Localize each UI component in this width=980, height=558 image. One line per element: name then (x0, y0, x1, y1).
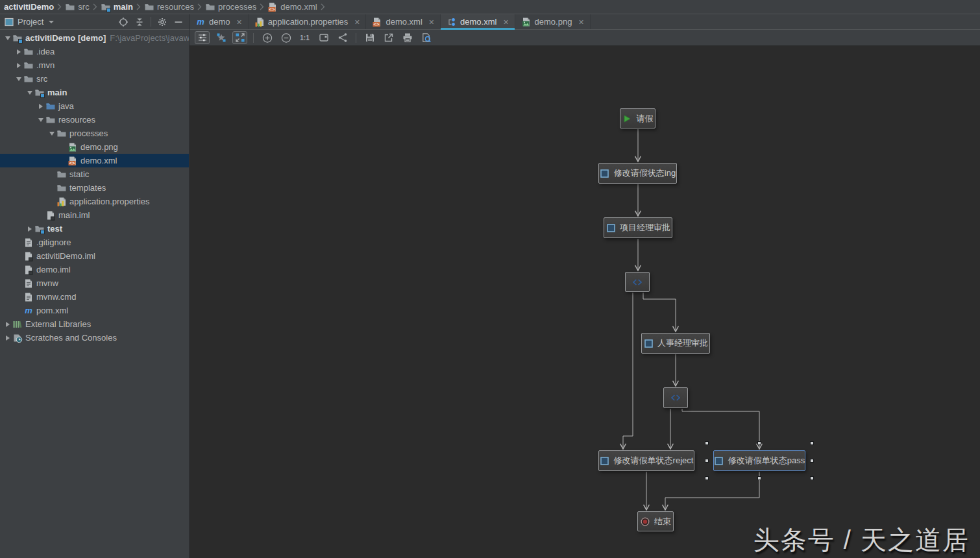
diagram-node-gateway-1[interactable] (625, 272, 650, 292)
close-tab-icon[interactable]: × (503, 18, 508, 27)
selection-handle[interactable] (705, 476, 709, 480)
selection-handle[interactable] (810, 459, 814, 463)
gateway-icon (670, 393, 681, 403)
tree-item-mvnw[interactable]: mvnw (0, 276, 189, 290)
zoom-in-icon (262, 32, 273, 43)
tree-item-main-iml[interactable]: main.iml (0, 208, 189, 222)
zoom-in-button[interactable] (260, 31, 275, 44)
tree-expanded-arrow[interactable] (36, 118, 45, 122)
save-button[interactable] (362, 31, 377, 44)
collapse-all-button[interactable] (134, 17, 145, 27)
close-tab-icon[interactable]: × (237, 18, 242, 27)
node-label: 项目经理审批 (620, 222, 670, 234)
editor-tab-demo-xml-2[interactable]: <>demo.xml× (366, 14, 441, 29)
tree-expanded-arrow[interactable] (47, 132, 56, 136)
tree-item-java[interactable]: java (0, 99, 189, 113)
tree-item-application-properties[interactable]: application.properties (0, 195, 189, 208)
actual-size-button[interactable]: 1:1 (297, 31, 312, 44)
tree-item-templates[interactable]: templates (0, 181, 189, 195)
show-dependencies-button[interactable] (335, 31, 350, 44)
tree-item-demo-xml[interactable]: <>demo.xml (0, 154, 189, 167)
close-tab-icon[interactable]: × (354, 18, 360, 27)
diagram-node-gateway-2[interactable] (663, 387, 688, 408)
task-icon (600, 455, 610, 466)
tree-item-scratches-and-consoles[interactable]: Scratches and Consoles (0, 331, 189, 345)
tree-item-processes[interactable]: processes (0, 127, 189, 140)
print-button[interactable] (400, 31, 415, 44)
tree-item-demo-iml[interactable]: demo.iml (0, 263, 189, 276)
editor-tab-demo-png-4[interactable]: demo.png× (515, 14, 591, 29)
tree-item-test[interactable]: test (0, 222, 189, 236)
tree-expanded-arrow[interactable] (14, 77, 23, 81)
tree-item-static[interactable]: static (0, 167, 189, 181)
settings-button[interactable] (157, 17, 167, 27)
project-tool-tab[interactable]: Project (4, 17, 54, 27)
breadcrumb-item-main[interactable]: main (99, 2, 135, 12)
breadcrumb-item-src[interactable]: src (63, 2, 91, 12)
tree-item-main[interactable]: main (0, 86, 189, 99)
tree-collapsed-arrow[interactable] (25, 226, 34, 232)
node-label: 人事经理审批 (657, 337, 708, 349)
folder-icon (45, 115, 56, 125)
tree-collapsed-arrow[interactable] (3, 335, 12, 341)
selection-handle[interactable] (810, 441, 814, 445)
tree-item-resources[interactable]: resources (0, 113, 189, 127)
diagram-node-task-ing[interactable]: 修改请假状态ing (598, 163, 677, 184)
breadcrumb-item-resources[interactable]: resources (142, 2, 196, 12)
diagram-node-task-reject[interactable]: 修改请假单状态reject (598, 450, 694, 471)
tree-expanded-arrow[interactable] (25, 91, 34, 95)
gear-icon (157, 17, 167, 27)
folder-icon (23, 74, 34, 84)
diagram-node-task-pass[interactable]: 修改请假单状态pass (713, 450, 805, 471)
tree-collapsed-arrow[interactable] (14, 49, 23, 55)
close-tab-icon[interactable]: × (429, 18, 434, 27)
diagram-node-start[interactable]: 请假 (620, 108, 655, 128)
tree-collapsed-arrow[interactable] (3, 322, 12, 327)
tree-item-external-libraries[interactable]: External Libraries (0, 317, 189, 331)
editor-tab-demo-0[interactable]: mdemo× (190, 14, 249, 29)
diagram-canvas[interactable]: 头条号 / 天之道居 请假修改请假状态ing项目经理审批人事经理审批修改请假单状… (190, 46, 980, 558)
diagram-edges (190, 46, 980, 558)
zoom-out-button[interactable] (278, 31, 293, 44)
tree-collapsed-arrow[interactable] (14, 63, 23, 68)
tree-item-activitidemo-iml[interactable]: activitiDemo.iml (0, 249, 189, 263)
end-event-icon (640, 516, 650, 527)
apply-layout-button[interactable] (214, 31, 228, 44)
tree-item-gitignore[interactable]: .gitignore (0, 236, 189, 249)
tree-item-demo-png[interactable]: demo.png (0, 140, 189, 154)
tree-item-label: .mvn (36, 60, 55, 70)
close-tab-icon[interactable]: × (578, 18, 583, 27)
breadcrumb-item-demo-xml[interactable]: <>demo.xml (265, 2, 319, 12)
selection-handle[interactable] (757, 441, 761, 445)
text-file-icon (23, 237, 34, 248)
selection-handle[interactable] (705, 441, 709, 445)
selection-handle[interactable] (810, 476, 814, 480)
editor-tab-application-properties-1[interactable]: application.properties× (249, 14, 367, 29)
fit-content-button[interactable] (316, 31, 331, 44)
selection-handle[interactable] (705, 459, 709, 463)
breadcrumb-item-activitidemo[interactable]: activitiDemo (2, 2, 56, 12)
tree-expanded-arrow[interactable] (3, 36, 12, 40)
diagram-node-task-hr[interactable]: 人事经理审批 (641, 333, 710, 354)
diagram-node-task-pm[interactable]: 项目经理审批 (604, 217, 672, 238)
selection-handle[interactable] (757, 476, 761, 480)
image-file-icon (67, 142, 78, 152)
view-settings-button[interactable] (195, 31, 210, 44)
tree-item-src[interactable]: src (0, 72, 189, 86)
locate-button[interactable] (118, 17, 129, 27)
diagram-node-end[interactable]: 结束 (637, 511, 674, 531)
preview-button[interactable] (419, 31, 434, 44)
tree-item-pom-xml[interactable]: mpom.xml (0, 304, 189, 317)
breadcrumb-item-processes[interactable]: processes (203, 2, 258, 12)
fit-arrows-icon (235, 32, 245, 43)
tree-item-idea[interactable]: .idea (0, 45, 189, 58)
hide-panel-button[interactable] (173, 17, 184, 27)
tree-item-activitidemo-demo[interactable]: activitiDemo [demo]F:\javaProjects\javaw… (0, 31, 189, 45)
tree-collapsed-arrow[interactable] (36, 104, 45, 109)
editor-tab-demo-xml-3[interactable]: demo.xml× (441, 14, 515, 29)
fit-after-layout-button[interactable] (232, 31, 247, 44)
export-button[interactable] (381, 31, 396, 44)
edge-task-pass-to-end (665, 472, 759, 510)
tree-item-mvnw-cmd[interactable]: mvnw.cmd (0, 290, 189, 304)
tree-item-mvn[interactable]: .mvn (0, 58, 189, 72)
